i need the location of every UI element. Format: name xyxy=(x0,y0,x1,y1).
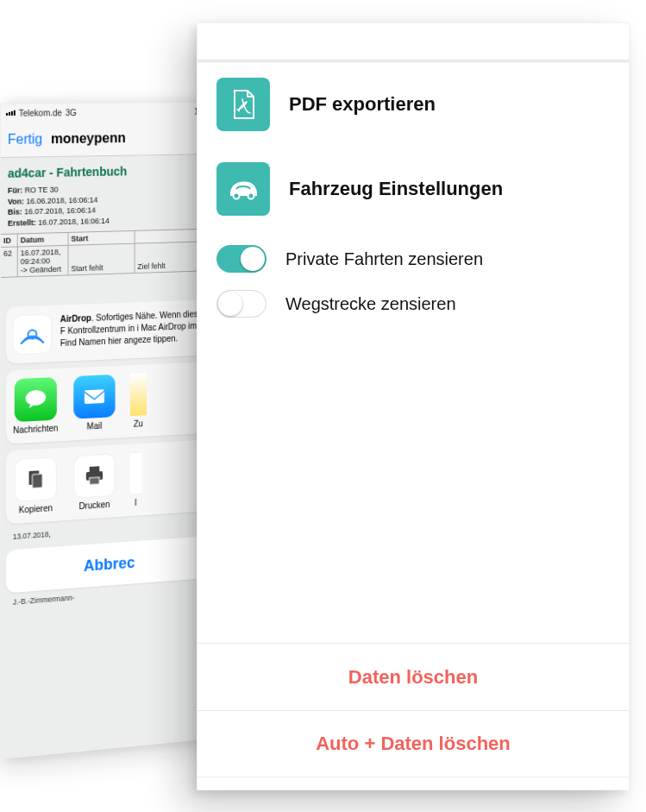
svg-rect-7 xyxy=(90,477,100,485)
logbook-title: ad4car - Fahrtenbuch xyxy=(1,154,215,184)
delete-data-button[interactable]: Daten löschen xyxy=(198,643,629,710)
action-print[interactable]: Drucken xyxy=(72,453,116,511)
svg-point-8 xyxy=(234,193,240,199)
done-button[interactable]: Fertig xyxy=(8,131,42,147)
switch-off-icon xyxy=(216,290,267,318)
toggle-label: Private Fahrten zensieren xyxy=(285,249,483,269)
action-label: Kopieren xyxy=(19,503,53,514)
share-app-partial[interactable]: Zu xyxy=(130,373,147,429)
messages-icon xyxy=(23,386,48,412)
toggle-label: Wegstrecke zensieren xyxy=(285,294,456,314)
car-icon xyxy=(216,162,270,216)
share-app-label: Zu xyxy=(134,419,143,428)
toggle-censor-route[interactable]: Wegstrecke zensieren xyxy=(216,281,610,326)
action-label: I xyxy=(135,498,137,507)
print-icon xyxy=(82,463,107,489)
share-actions-row: Kopieren Drucken I xyxy=(6,439,210,524)
navbar: Fertig moneypenn xyxy=(1,119,215,158)
action-copy[interactable]: Kopieren xyxy=(13,456,59,515)
toggle-censor-private[interactable]: Private Fahrten zensieren xyxy=(216,236,610,281)
danger-zone: Daten löschen Auto + Daten löschen xyxy=(198,643,629,790)
share-app-messages[interactable]: Nachrichten xyxy=(13,377,59,435)
pdf-icon xyxy=(216,78,270,131)
signal-icon xyxy=(6,110,16,116)
svg-rect-4 xyxy=(32,474,42,488)
status-bar: Telekom.de 3G 16:0 xyxy=(1,103,215,122)
switch-on-icon xyxy=(216,245,267,273)
share-sheet: AirDrop. Sofortiges Nähe. Wenn diese F K… xyxy=(6,299,210,751)
vehicle-settings-label: Fahrzeug Einstellungen xyxy=(289,178,503,200)
pdf-export-label: PDF exportieren xyxy=(289,93,436,116)
network-label: 3G xyxy=(66,108,77,117)
delete-car-and-data-button[interactable]: Auto + Daten löschen xyxy=(198,710,629,777)
airdrop-icon xyxy=(13,314,52,356)
svg-point-1 xyxy=(26,389,47,406)
share-app-label: Nachrichten xyxy=(13,423,58,435)
logbook-table: ID Datum Start 62 16.07.2018, 09:24:00->… xyxy=(1,229,215,278)
back-phone-share-sheet: Telekom.de 3G 16:0 Fertig moneypenn ad4c… xyxy=(0,102,216,759)
carrier-label: Telekom.de xyxy=(19,108,62,117)
action-partial[interactable]: I xyxy=(130,452,141,508)
navbar-title: moneypenn xyxy=(51,130,126,147)
svg-point-9 xyxy=(248,193,254,199)
svg-rect-5 xyxy=(90,466,100,472)
svg-rect-2 xyxy=(85,389,104,404)
airdrop-card[interactable]: AirDrop. Sofortiges Nähe. Wenn diese F K… xyxy=(6,299,210,363)
pdf-export-row[interactable]: PDF exportieren xyxy=(216,62,610,147)
table-row: 62 16.07.2018, 09:24:00-> Geändert Start… xyxy=(1,242,215,278)
logbook-meta: Für: RO TE 30 Von: 16.06.2018, 16:06:14 … xyxy=(1,179,215,234)
copy-icon xyxy=(24,467,47,493)
action-label: Drucken xyxy=(78,500,110,511)
share-app-mail[interactable]: Mail xyxy=(72,375,116,432)
vehicle-settings-row[interactable]: Fahrzeug Einstellungen xyxy=(216,147,610,231)
mail-icon xyxy=(81,382,108,411)
share-apps-row: Nachrichten Mail Zu xyxy=(6,362,210,444)
share-app-label: Mail xyxy=(87,421,103,431)
front-phone-settings: PDF exportieren Fahrzeug Einstellungen P… xyxy=(197,22,630,790)
